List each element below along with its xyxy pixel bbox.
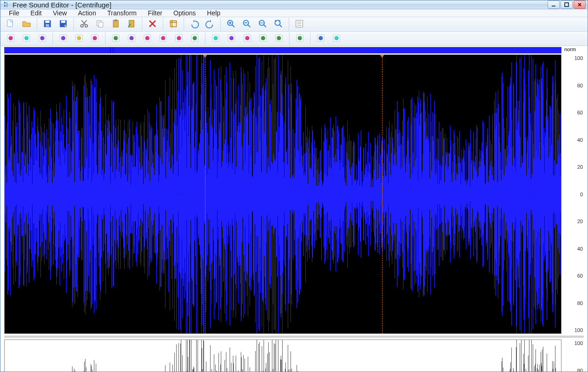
record-button[interactable] — [56, 32, 71, 46]
toolbar-separator — [37, 18, 37, 31]
maximize-button[interactable] — [561, 0, 573, 9]
toolbar-separator — [142, 18, 142, 31]
zoom-full-icon — [273, 19, 284, 30]
svg-point-48 — [213, 36, 218, 40]
crossfade-button[interactable] — [172, 32, 186, 46]
properties-button[interactable] — [292, 17, 307, 31]
toolbar-effects — [0, 32, 588, 46]
toolbar-separator — [163, 18, 163, 31]
select-all-button[interactable] — [3, 32, 18, 46]
effect1-icon — [21, 33, 32, 45]
crop-button[interactable] — [166, 17, 181, 31]
paste-button[interactable] — [108, 17, 123, 31]
fade-icon — [126, 33, 137, 45]
svg-rect-14 — [114, 19, 117, 21]
save-button[interactable] — [40, 17, 55, 31]
fade-button[interactable] — [124, 32, 139, 46]
close-button[interactable] — [574, 0, 586, 9]
delete-button[interactable] — [145, 17, 160, 31]
waveform-right[interactable] — [4, 339, 562, 372]
menu-filter[interactable]: Filter — [142, 9, 168, 17]
open-file-button[interactable] — [19, 17, 34, 31]
copy-button[interactable] — [92, 17, 107, 31]
svg-rect-20 — [260, 22, 264, 24]
overview-bar[interactable] — [4, 47, 562, 53]
amplify-icon — [111, 33, 121, 45]
scale-tick: 80 — [564, 368, 583, 372]
svg-point-28 — [40, 36, 44, 40]
menu-action[interactable]: Action — [73, 9, 102, 17]
svg-rect-13 — [113, 20, 119, 27]
picture-button[interactable] — [224, 32, 239, 46]
export-button[interactable] — [87, 32, 102, 46]
svg-point-44 — [177, 36, 181, 40]
zoom-selection-button[interactable] — [255, 17, 270, 31]
delete-icon — [147, 19, 158, 30]
svg-point-46 — [192, 36, 197, 40]
cloud-icon — [242, 33, 252, 45]
cut-button[interactable] — [77, 17, 92, 31]
save-icon — [42, 19, 53, 30]
undo-button[interactable] — [187, 17, 202, 31]
toolbar-main — [0, 17, 588, 32]
save-as-button[interactable] — [56, 17, 71, 31]
zoom-in-button[interactable] — [224, 17, 238, 31]
svg-point-34 — [92, 36, 97, 40]
menu-help[interactable]: Help — [201, 9, 226, 17]
eq-button[interactable] — [140, 32, 155, 46]
menubar: File Edit View Action Transform Filter O… — [0, 9, 588, 17]
new-file-button[interactable] — [3, 17, 18, 31]
group-icon — [274, 33, 284, 45]
zoom-in-icon — [226, 19, 236, 30]
menu-file[interactable]: File — [3, 9, 25, 17]
track-splitter[interactable] — [4, 336, 584, 338]
zoom-out-button[interactable] — [239, 17, 254, 31]
export-icon — [90, 33, 100, 45]
eq-icon — [142, 33, 152, 45]
ripple-button[interactable] — [256, 32, 271, 46]
mute-button[interactable] — [156, 32, 171, 46]
group-button[interactable] — [271, 32, 286, 46]
tool-c-button[interactable] — [329, 32, 344, 46]
filter-button[interactable] — [187, 32, 202, 46]
svg-point-42 — [161, 36, 165, 40]
paste-icon — [111, 19, 121, 30]
scale-tick: 100 — [564, 327, 583, 333]
svg-point-58 — [297, 36, 302, 40]
scale-tick: 60 — [564, 273, 583, 279]
zoom-full-button[interactable] — [271, 17, 286, 31]
picture-icon — [226, 33, 237, 45]
svg-point-40 — [145, 36, 149, 40]
tool-b-button[interactable] — [313, 32, 328, 46]
menu-options[interactable]: Options — [168, 9, 201, 17]
scale-tick: 0 — [564, 192, 583, 197]
menu-transform[interactable]: Transform — [102, 9, 142, 17]
menu-edit[interactable]: Edit — [25, 9, 47, 17]
paste-mix-icon — [126, 19, 137, 30]
svg-rect-15 — [129, 20, 134, 27]
scale-tick: 20 — [564, 164, 583, 170]
redo-button[interactable] — [203, 17, 218, 31]
minimize-button[interactable] — [548, 0, 560, 9]
cut-icon — [79, 19, 89, 30]
toolbar-separator — [105, 32, 106, 45]
svg-point-30 — [61, 36, 65, 40]
scale-tick: 20 — [564, 219, 583, 224]
waveform-left[interactable] — [4, 54, 562, 334]
timer-button[interactable] — [208, 32, 223, 46]
effect2-button[interactable] — [35, 32, 50, 46]
svg-rect-6 — [46, 24, 49, 26]
amplify-button[interactable] — [108, 32, 123, 46]
filter-icon — [190, 33, 200, 45]
mixer-button[interactable] — [72, 32, 86, 46]
paste-mix-button[interactable] — [124, 17, 139, 31]
effect1-button[interactable] — [19, 32, 34, 46]
menu-view[interactable]: View — [47, 9, 73, 17]
cloud-button[interactable] — [240, 32, 255, 46]
undo-icon — [189, 19, 199, 30]
svg-point-60 — [318, 36, 323, 40]
svg-rect-12 — [99, 22, 103, 27]
tool-a-button[interactable] — [292, 32, 307, 46]
svg-rect-1 — [552, 6, 555, 7]
tool-a-icon — [295, 33, 305, 45]
